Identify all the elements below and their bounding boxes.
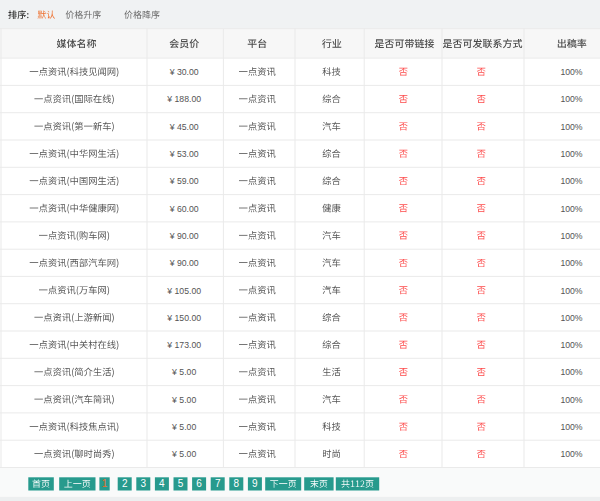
svg-text:100%: 100% bbox=[560, 422, 582, 432]
svg-text:¥ 53.00: ¥ 53.00 bbox=[169, 149, 199, 159]
svg-text:¥ 188.00: ¥ 188.00 bbox=[166, 94, 201, 104]
svg-text:7: 7 bbox=[215, 478, 221, 489]
svg-text:2: 2 bbox=[122, 478, 128, 489]
svg-text:¥ 150.00: ¥ 150.00 bbox=[166, 313, 201, 323]
svg-text:100%: 100% bbox=[560, 149, 582, 159]
svg-text:6: 6 bbox=[196, 478, 202, 489]
svg-text:¥ 30.00: ¥ 30.00 bbox=[169, 67, 199, 77]
svg-text:3: 3 bbox=[141, 478, 147, 489]
svg-text:100%: 100% bbox=[560, 340, 582, 350]
svg-text:1: 1 bbox=[102, 478, 108, 489]
svg-text:100%: 100% bbox=[560, 94, 582, 104]
svg-text:¥ 45.00: ¥ 45.00 bbox=[169, 122, 199, 132]
svg-text:¥ 105.00: ¥ 105.00 bbox=[166, 286, 201, 296]
svg-text:100%: 100% bbox=[560, 286, 582, 296]
svg-text:¥ 59.00: ¥ 59.00 bbox=[169, 176, 199, 186]
svg-text:5: 5 bbox=[178, 478, 184, 489]
svg-text:8: 8 bbox=[234, 478, 240, 489]
svg-text:4: 4 bbox=[159, 478, 165, 489]
svg-text:¥ 5.00: ¥ 5.00 bbox=[171, 422, 196, 432]
svg-text:¥ 60.00: ¥ 60.00 bbox=[169, 204, 199, 214]
svg-text:100%: 100% bbox=[560, 258, 582, 268]
svg-text:100%: 100% bbox=[560, 367, 582, 377]
svg-text:¥ 5.00: ¥ 5.00 bbox=[171, 395, 196, 405]
svg-text:¥ 90.00: ¥ 90.00 bbox=[169, 231, 199, 241]
svg-text:9: 9 bbox=[252, 478, 258, 489]
svg-text:¥ 5.00: ¥ 5.00 bbox=[171, 449, 196, 459]
svg-text:100%: 100% bbox=[560, 395, 582, 405]
svg-text:100%: 100% bbox=[560, 313, 582, 323]
svg-text:¥ 173.00: ¥ 173.00 bbox=[166, 340, 201, 350]
svg-text:100%: 100% bbox=[560, 204, 582, 214]
svg-text:¥ 5.00: ¥ 5.00 bbox=[171, 367, 196, 377]
svg-text:¥ 90.00: ¥ 90.00 bbox=[169, 258, 199, 268]
svg-text:100%: 100% bbox=[560, 176, 582, 186]
svg-text:100%: 100% bbox=[560, 67, 582, 77]
svg-text:100%: 100% bbox=[560, 449, 582, 459]
svg-text:100%: 100% bbox=[560, 231, 582, 241]
svg-text:100%: 100% bbox=[560, 122, 582, 132]
